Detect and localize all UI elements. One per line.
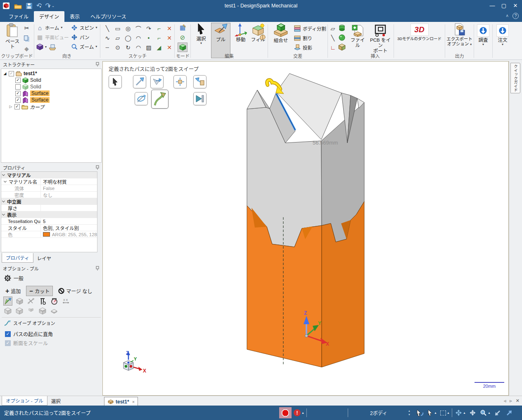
home-view-button[interactable]: ⌂ホーム▾ (36, 24, 62, 31)
sketch-tangent-arc-icon[interactable]: ⌒ (133, 24, 143, 33)
undo-button[interactable]: ↶▾ (36, 2, 41, 9)
document-tab-test1[interactable]: test1* × (104, 397, 138, 406)
sketch-construction-line-icon[interactable]: ┄ (102, 43, 112, 52)
view-cube-button[interactable]: ▾ (36, 43, 57, 50)
tab-options-pull[interactable]: オプション - プル (2, 396, 47, 406)
checkbox-checked-icon[interactable]: ✓ (5, 331, 11, 337)
tab-properties[interactable]: プロパティ (2, 253, 33, 263)
sketch-ellipse-icon[interactable]: ◯ (123, 33, 133, 43)
tree-row-curves[interactable]: ▷ ✓ カーブ (1, 103, 101, 110)
checkbox-root[interactable]: ✓ (9, 71, 14, 76)
property-row-color[interactable]: 色ARGB: 255, 255, 128 (1, 231, 97, 238)
property-row[interactable]: マテリアル名不明な材質 (1, 178, 97, 185)
order-button[interactable]: 注文▾ (493, 24, 512, 46)
pull-face-icon[interactable] (15, 297, 24, 306)
download-3d-model-button[interactable]: 3D 3Dモデルのダウンロード (394, 24, 444, 41)
section-mode-icon[interactable]: ⊘ (178, 33, 187, 42)
measure-caliper-icon[interactable] (38, 297, 47, 306)
property-row[interactable]: Tessellation Qua5 (1, 218, 97, 225)
tree-row-solid1[interactable]: ✓ Solid (1, 77, 101, 83)
tab-scroll-right-icon[interactable]: ▹ (510, 398, 512, 403)
zoom-tool-status[interactable]: ▲ (480, 406, 491, 420)
checkbox-curves[interactable]: ✓ (14, 104, 20, 109)
tree-row-surface1[interactable]: ✓ Surface (1, 90, 101, 97)
gauge-icon[interactable] (50, 297, 59, 306)
sketch-mode-icon[interactable]: ▦✎ (178, 23, 187, 32)
checkbox-row-scale-section[interactable]: ✓ 断面をスケール (5, 339, 48, 346)
viewport[interactable]: 定義されたパスに沿って2面をスイープ (102, 61, 509, 396)
pin-icon[interactable] (95, 266, 100, 271)
tab-view[interactable]: 表示 (64, 11, 85, 22)
export-options-button[interactable]: エクスポートオプション ▾ (446, 23, 473, 46)
insert-sphere-icon[interactable] (338, 34, 346, 41)
insert-plane-icon[interactable]: ▱ (328, 24, 337, 33)
tab-file[interactable]: ファイル (3, 11, 34, 22)
split-body-button[interactable]: ボディ分割 (294, 25, 326, 32)
add-button[interactable]: +追加 (2, 286, 24, 296)
view-orientation-cube[interactable]: Z Y X (117, 351, 147, 379)
sketch-bend-icon[interactable]: ⌐ (154, 33, 164, 43)
split-face-button[interactable]: 割り (294, 35, 312, 41)
sketch-plane-icon[interactable]: ▨ (144, 43, 154, 52)
pull-half-icon[interactable] (26, 306, 36, 316)
sketch-trim-icon[interactable]: ✕ (164, 24, 174, 33)
stop-button[interactable] (279, 406, 292, 420)
spin-tool-status[interactable]: ▲ (455, 406, 466, 420)
property-row[interactable]: 密度なし (1, 192, 97, 198)
expander-collapsed-icon[interactable]: ▷ (9, 104, 13, 109)
pin-icon[interactable] (95, 62, 100, 67)
tab-list-close-icon[interactable]: ✕ (516, 398, 520, 403)
minimize-button[interactable]: — (486, 0, 498, 11)
checkbox-surface2[interactable]: ✓ (15, 97, 21, 103)
spin-button[interactable]: スピン▾ (71, 24, 97, 31)
sketch-sweep-arc-icon[interactable]: ◠ (133, 33, 143, 43)
tree-row-solid2[interactable]: Solid (1, 83, 101, 90)
insert-line-icon[interactable]: ╲ (328, 33, 337, 43)
sketch-spline-icon[interactable]: ∿ (102, 33, 112, 43)
checkbox-solid1[interactable]: ✓ (15, 78, 21, 83)
pan-button[interactable]: パン (71, 34, 90, 40)
section-display[interactable]: 表示 (1, 211, 97, 218)
status-spinner[interactable]: ▲▼ (408, 406, 410, 420)
checkbox-row-perpendicular[interactable]: ✓ パスの起点に直角 (5, 330, 53, 337)
open-button[interactable] (14, 3, 22, 9)
ribbon-collapse-icon[interactable]: ˄ (506, 14, 508, 18)
pull-slab-icon[interactable] (50, 306, 59, 316)
insert-cylinder-icon[interactable] (338, 24, 346, 32)
quick-guide-tab[interactable]: クイックガイド (510, 63, 520, 93)
close-button[interactable]: ✕ (510, 0, 521, 11)
project-button[interactable]: 投影 (294, 44, 312, 51)
format-painter-button[interactable]: ◆ (23, 46, 30, 52)
save-button[interactable] (26, 3, 32, 9)
qat-customize-button[interactable]: ⌄ (52, 4, 55, 8)
solid-mode-icon[interactable] (178, 43, 187, 52)
property-row[interactable]: 流体False (1, 185, 97, 192)
sketch-arc-icon[interactable]: ↷ (144, 24, 154, 33)
tab-help[interactable]: ヘルプ/リソース (85, 11, 132, 22)
no-merge-button[interactable]: マージ なし (55, 286, 95, 296)
insert-axis-icon[interactable]: ∟ (328, 43, 337, 52)
maximize-button[interactable]: ▢ (498, 0, 510, 11)
copy-button[interactable] (24, 36, 28, 40)
full-pull-icon[interactable] (3, 306, 12, 316)
cut-button[interactable]: ✂ (23, 25, 30, 31)
pull-stack-icon[interactable] (38, 306, 47, 316)
insert-shell-icon[interactable] (338, 43, 346, 51)
select-previous-tool[interactable] (415, 406, 424, 420)
sketch-arc3-icon[interactable]: ◠ (133, 43, 143, 52)
sketch-delete-icon[interactable]: ✕ (164, 43, 174, 52)
property-row[interactable]: スタイル色別, スタイル別 (1, 225, 97, 231)
paste-button[interactable]: ペースト (3, 23, 21, 50)
section-neutral-plane[interactable]: 中立面 (1, 198, 97, 205)
tree-row-surface2[interactable]: ✓ Surface (1, 97, 101, 103)
cut-mode-button[interactable]: −カット (26, 286, 53, 296)
plan-view-button[interactable]: ▦平面ビュー (36, 34, 69, 40)
sketch-circle-icon[interactable]: ◎ (123, 24, 133, 33)
property-row[interactable]: 厚さ (1, 205, 97, 211)
zoom-button[interactable]: ズーム▾ (71, 43, 97, 50)
options-general-row[interactable]: 一般 (4, 275, 24, 282)
section-material[interactable]: マテリアル (1, 172, 97, 178)
select-tool-status[interactable]: ▲ (427, 406, 437, 420)
expander-expanded-icon[interactable]: ◢ (3, 71, 7, 76)
tree-row-root[interactable]: ◢ ✓ test1* (1, 70, 101, 77)
